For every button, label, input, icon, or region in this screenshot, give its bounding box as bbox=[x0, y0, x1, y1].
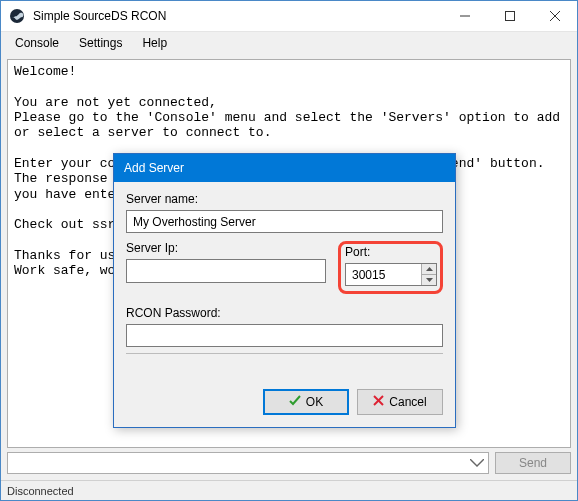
chevron-down-icon[interactable] bbox=[470, 456, 484, 470]
check-icon bbox=[289, 395, 301, 410]
svg-rect-2 bbox=[505, 12, 514, 21]
cancel-label: Cancel bbox=[389, 395, 426, 409]
close-icon bbox=[373, 395, 384, 409]
rcon-password-input[interactable] bbox=[126, 324, 443, 347]
ok-label: OK bbox=[306, 395, 323, 409]
menu-settings[interactable]: Settings bbox=[71, 34, 130, 52]
minimize-button[interactable] bbox=[442, 1, 487, 31]
rcon-password-label: RCON Password: bbox=[126, 306, 443, 320]
port-spin-down[interactable] bbox=[421, 275, 436, 285]
status-text: Disconnected bbox=[7, 485, 74, 497]
menubar: Console Settings Help bbox=[1, 31, 577, 53]
send-button[interactable]: Send bbox=[495, 452, 571, 474]
command-row: Send bbox=[7, 452, 571, 474]
cancel-button[interactable]: Cancel bbox=[357, 389, 443, 415]
statusbar: Disconnected bbox=[1, 480, 577, 500]
server-name-input[interactable] bbox=[126, 210, 443, 233]
dialog-separator bbox=[126, 353, 443, 354]
server-ip-label: Server Ip: bbox=[126, 241, 326, 255]
server-name-label: Server name: bbox=[126, 192, 443, 206]
menu-help[interactable]: Help bbox=[134, 34, 175, 52]
add-server-dialog: Add Server Server name: Server Ip: Port: bbox=[113, 153, 456, 428]
titlebar: Simple SourceDS RCON bbox=[1, 1, 577, 31]
port-label: Port: bbox=[345, 245, 437, 259]
maximize-button[interactable] bbox=[487, 1, 532, 31]
ok-button[interactable]: OK bbox=[263, 389, 349, 415]
dialog-title: Add Server bbox=[114, 154, 455, 182]
window-title: Simple SourceDS RCON bbox=[33, 9, 442, 23]
command-input[interactable] bbox=[7, 452, 489, 474]
port-spin-up[interactable] bbox=[421, 264, 436, 275]
port-callout: Port: bbox=[338, 241, 443, 294]
server-ip-input[interactable] bbox=[126, 259, 326, 283]
close-button[interactable] bbox=[532, 1, 577, 31]
menu-console[interactable]: Console bbox=[7, 34, 67, 52]
app-icon bbox=[9, 8, 25, 24]
